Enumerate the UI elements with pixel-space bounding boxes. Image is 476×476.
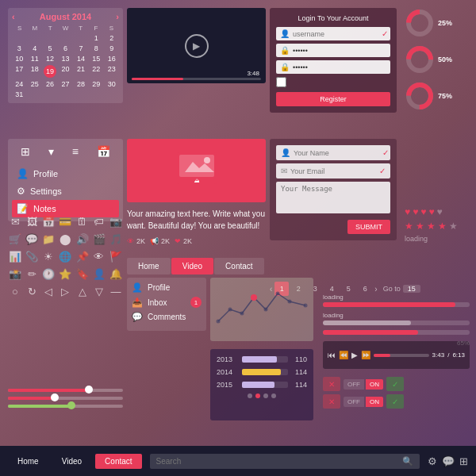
cal-day[interactable]: 9 (105, 44, 119, 53)
calendar-icon[interactable]: 📅 (94, 143, 113, 160)
password2-input[interactable] (293, 63, 386, 71)
media-rewind-icon[interactable]: ⏪ (339, 351, 348, 359)
cal-day[interactable]: 7 (74, 44, 88, 53)
cal-day[interactable]: 6 (58, 44, 72, 53)
search-icon[interactable]: 🔍 (402, 456, 413, 466)
toggle-switch-1[interactable]: OFF ON (344, 379, 383, 390)
cal-day[interactable]: 12 (43, 54, 57, 63)
cal-day[interactable]: 20 (58, 64, 72, 79)
chart-icon[interactable]: 📊 (8, 249, 22, 263)
mini-sidebar-comments[interactable]: 💬 Comments (132, 312, 202, 322)
heart-3[interactable]: ♥ (420, 206, 426, 217)
bell-icon[interactable]: 🔔 (109, 267, 123, 281)
mini-sidebar-inbox[interactable]: 📥 Inbox 1 (132, 297, 202, 308)
cal-day[interactable]: 21 (74, 64, 88, 79)
card-icon[interactable]: 💳 (58, 214, 72, 228)
grid-icon[interactable]: ⊞ (18, 143, 33, 160)
name-input[interactable] (294, 149, 382, 157)
bar-dot-4[interactable] (271, 393, 276, 398)
cal-day[interactable]: 13 (58, 54, 72, 63)
cal-day[interactable]: 1 (89, 33, 103, 43)
right-icon[interactable]: ▷ (58, 284, 72, 298)
cal-day-today[interactable]: 19 (43, 64, 57, 79)
flag-icon[interactable]: 🚩 (109, 249, 123, 263)
cal-day[interactable]: 27 (58, 79, 72, 89)
cal-day[interactable]: 26 (43, 79, 57, 89)
cal-day[interactable]: 2 (105, 33, 119, 43)
cart-icon[interactable]: 🛒 (8, 232, 22, 246)
clip-icon[interactable]: 📎 (25, 249, 39, 263)
cal-day[interactable]: 15 (89, 54, 103, 63)
music-icon[interactable]: 🎵 (109, 232, 123, 246)
sidebar-item-profile[interactable]: 👤 Profile (12, 165, 119, 182)
user2-icon[interactable]: 👤 (92, 267, 106, 281)
minus-icon[interactable]: — (109, 284, 123, 298)
folder-icon[interactable]: 📁 (41, 232, 56, 246)
cal-day[interactable] (27, 33, 41, 43)
bottom-nav-home[interactable]: Home (8, 454, 48, 469)
cal-day[interactable] (12, 33, 26, 43)
chat2-icon[interactable]: 💬 (442, 455, 455, 467)
sidebar-item-settings[interactable]: ⚙ Settings (12, 182, 119, 200)
circle-icon[interactable]: ○ (8, 284, 22, 298)
camera-icon[interactable]: 📷 (109, 214, 123, 228)
volume-icon[interactable]: 🔊 (75, 232, 90, 246)
chat-icon[interactable]: 💬 (25, 232, 39, 246)
slider-track-1[interactable] (8, 389, 123, 392)
pie-icon[interactable]: ⬤ (58, 232, 72, 246)
tab-home[interactable]: Home (127, 258, 171, 274)
bar-dot-2[interactable] (255, 393, 260, 398)
cal-day[interactable]: 30 (105, 79, 119, 89)
cal-day[interactable]: 17 (12, 64, 26, 79)
clock-icon[interactable]: 🕐 (41, 267, 56, 281)
menu-icon[interactable]: ≡ (70, 143, 81, 160)
cal-day[interactable]: 5 (43, 44, 57, 53)
photo-icon[interactable]: 📸 (8, 267, 22, 281)
bookmark-icon[interactable]: 🔖 (75, 267, 90, 281)
search-input[interactable] (156, 457, 402, 466)
up-icon[interactable]: △ (75, 284, 90, 298)
heart-4[interactable]: ♥ (428, 206, 434, 217)
cal-day[interactable]: 23 (105, 64, 119, 79)
media-progress-bar[interactable] (374, 354, 429, 357)
play-button[interactable]: ▶ (185, 34, 209, 58)
password-input[interactable] (293, 47, 386, 55)
username-input[interactable] (293, 30, 382, 38)
heart-1[interactable]: ♥ (405, 206, 410, 217)
cal-day[interactable] (74, 33, 88, 43)
star-icon[interactable]: ⭐ (58, 267, 72, 281)
toggle-x-2[interactable]: ✕ (323, 394, 340, 409)
slider-thumb-2[interactable] (51, 393, 59, 401)
tab-contact[interactable]: Contact (214, 258, 263, 274)
cal-day[interactable]: 25 (27, 79, 41, 89)
tag-icon[interactable]: 🏷 (92, 214, 106, 228)
eye-icon[interactable]: 👁 (92, 249, 106, 263)
globe-icon[interactable]: 🌐 (58, 249, 72, 263)
media-forward-icon[interactable]: ⏩ (361, 351, 370, 359)
heart-5[interactable]: ♥ (437, 206, 443, 217)
bottom-nav-contact[interactable]: Contact (95, 454, 141, 469)
mini-sidebar-profile[interactable]: 👤 Profile (132, 282, 202, 293)
page-next-icon[interactable]: › (374, 285, 377, 294)
pencil-icon[interactable]: ✏ (25, 267, 39, 281)
toggle-switch-2[interactable]: OFF ON (344, 397, 383, 407)
settings2-icon[interactable]: ⚙ (428, 455, 437, 467)
toggle-check-1[interactable]: ✓ (386, 377, 404, 391)
down-icon[interactable]: ▽ (92, 284, 106, 298)
media-prev-icon[interactable]: ⏮ (328, 351, 336, 359)
cal-day[interactable]: 3 (12, 44, 26, 53)
tab-video[interactable]: Video (171, 258, 213, 274)
register-button[interactable]: Register (276, 92, 390, 106)
sun-icon[interactable]: ☀ (41, 249, 56, 263)
toggle-x-1[interactable]: ✕ (323, 377, 340, 391)
calendar2-icon[interactable]: 📅 (41, 214, 56, 228)
pin-icon[interactable]: 📌 (75, 249, 90, 263)
cal-day[interactable]: 24 (12, 79, 26, 89)
slider-track-2[interactable] (8, 397, 123, 400)
cal-day[interactable]: 11 (27, 54, 41, 63)
toggle-check-2[interactable]: ✓ (386, 394, 404, 409)
cal-day[interactable]: 22 (89, 64, 103, 79)
cal-day[interactable]: 8 (89, 44, 103, 53)
video-progress-bar[interactable] (132, 78, 261, 80)
mail-icon[interactable]: ✉ (8, 214, 22, 228)
